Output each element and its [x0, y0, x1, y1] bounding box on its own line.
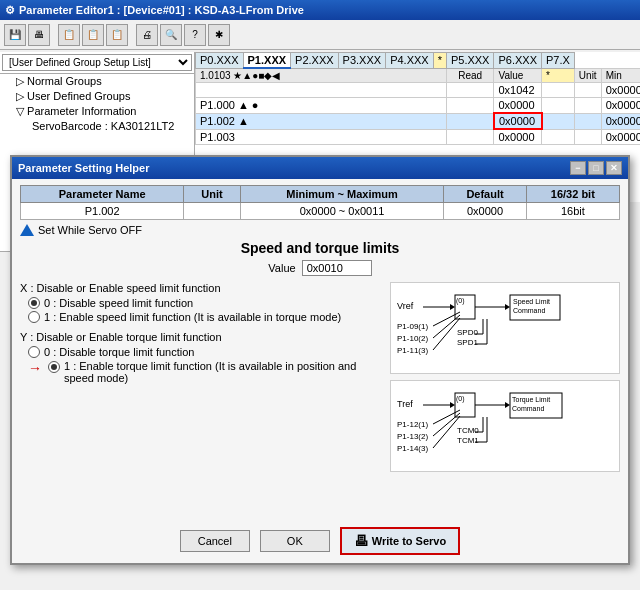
left-column: X : Disable or Enable speed limit functi… — [20, 282, 382, 472]
svg-marker-5 — [505, 304, 510, 310]
table-row[interactable]: P1.000 ▲ ● 0x0000 0x0000 — [196, 98, 641, 114]
tab-p2[interactable]: P2.XXX — [291, 53, 339, 69]
maximize-button[interactable]: □ — [588, 161, 604, 175]
dialog-title: Parameter Setting Helper — [18, 162, 149, 174]
servo-off-label: Set While Servo OFF — [38, 224, 142, 236]
param-bit-cell: 16bit — [526, 203, 619, 220]
write-to-servo-label: Write to Servo — [372, 535, 446, 547]
svg-text:Command: Command — [513, 307, 545, 314]
servo-off-icon — [20, 224, 34, 236]
vref-label: Vref — [397, 301, 414, 311]
tab-p5[interactable]: P5.XXX — [446, 53, 494, 69]
svg-text:P1-10(2): P1-10(2) — [397, 334, 428, 343]
svg-text:P1-11(3): P1-11(3) — [397, 346, 428, 355]
toolbar-btn-5[interactable]: 📋 — [106, 24, 128, 46]
col-range: Minimum ~ Maximum — [240, 186, 444, 203]
svg-text:P1-13(2): P1-13(2) — [397, 432, 428, 441]
svg-text:P1-09(1): P1-09(1) — [397, 322, 428, 331]
param-range-cell: 0x0000 ~ 0x0011 — [240, 203, 444, 220]
svg-text:TCM0: TCM0 — [457, 426, 479, 435]
torque-diagram-svg: Tref (0) Torque Limit Command P1-12(1) P… — [395, 385, 605, 465]
info-table: Parameter Name Unit Minimum ~ Maximum De… — [20, 185, 620, 220]
x-option-1-label: 1 : Enable speed limit function (It is a… — [44, 311, 341, 323]
col-bit: 16/32 bit — [526, 186, 619, 203]
write-to-servo-button[interactable]: 🖶 Write to Servo — [340, 527, 460, 555]
dialog-body: Parameter Name Unit Minimum ~ Maximum De… — [12, 179, 628, 478]
sidebar-dropdown[interactable]: [User Defined Group Setup List] — [0, 52, 194, 74]
tab-p3[interactable]: P3.XXX — [338, 53, 386, 69]
editor-icon: ⚙ — [5, 4, 15, 17]
y-radio-1[interactable] — [48, 361, 60, 373]
torque-output-label: Torque Limit — [512, 396, 550, 404]
x-radio-0[interactable] — [28, 297, 40, 309]
toolbar-btn-1[interactable]: 💾 — [4, 24, 26, 46]
speed-output-label: Speed Limit — [513, 298, 550, 306]
y-option-0-label: 0 : Disable torque limit function — [44, 346, 194, 358]
y-option-1-label: 1 : Enable torque limit function (It is … — [64, 360, 382, 384]
x-option-1[interactable]: 1 : Enable speed limit function (It is a… — [28, 311, 382, 323]
toolbar-btn-6[interactable]: 🖨 — [136, 24, 158, 46]
write-icon: 🖶 — [354, 533, 368, 549]
col-param-name: Parameter Name — [21, 186, 184, 203]
section-title: Speed and torque limits — [20, 240, 620, 256]
x-radio-1[interactable] — [28, 311, 40, 323]
svg-marker-21 — [450, 402, 455, 408]
y-section: Y : Disable or Enable torque limit funct… — [20, 331, 382, 384]
toolbar-btn-4[interactable]: 📋 — [82, 24, 104, 46]
tref-label: Tref — [397, 399, 413, 409]
value-input[interactable] — [302, 260, 372, 276]
tree-item-user[interactable]: ▷ User Defined Groups — [0, 89, 194, 104]
tab-p1[interactable]: P1.XXX — [243, 53, 291, 69]
close-button[interactable]: ✕ — [606, 161, 622, 175]
y-radio-0[interactable] — [28, 346, 40, 358]
cancel-button[interactable]: Cancel — [180, 530, 250, 552]
svg-marker-25 — [505, 402, 510, 408]
svg-text:(0): (0) — [456, 395, 465, 403]
x-option-0-label: 0 : Disable speed limit function — [44, 297, 193, 309]
col-unit: Unit — [184, 186, 240, 203]
svg-text:SPD1: SPD1 — [457, 338, 478, 347]
tab-p0[interactable]: P0.XXX — [196, 53, 244, 69]
svg-text:TCM1: TCM1 — [457, 436, 479, 445]
speed-diagram-svg: Vref (0) Speed Limit Command — [395, 287, 605, 367]
svg-text:(0): (0) — [456, 297, 465, 305]
toolbar-btn-2[interactable]: 🖶 — [28, 24, 50, 46]
param-name-cell: P1.002 — [21, 203, 184, 220]
param-default-cell: 0x0000 — [444, 203, 526, 220]
dialog-footer: Cancel OK 🖶 Write to Servo — [12, 527, 628, 555]
svg-text:SPD0: SPD0 — [457, 328, 478, 337]
toolbar-btn-help[interactable]: ? — [184, 24, 206, 46]
y-section-label: Y : Disable or Enable torque limit funct… — [20, 331, 382, 343]
tab-p7[interactable]: P7.X — [542, 53, 575, 69]
param-table: P0.XXX P1.XXX P2.XXX P3.XXX P4.XXX * P5.… — [195, 52, 640, 145]
y-option-0[interactable]: 0 : Disable torque limit function — [28, 346, 382, 358]
tree-item-normal[interactable]: ▷ Normal Groups — [0, 74, 194, 89]
x-section-label: X : Disable or Enable speed limit functi… — [20, 282, 382, 294]
table-row[interactable]: 0x1042 0x0000 — [196, 83, 641, 98]
toolbar-btn-8[interactable]: ✱ — [208, 24, 230, 46]
tab-p4[interactable]: P4.XXX — [386, 53, 434, 69]
tab-p6[interactable]: P6.XXX — [494, 53, 542, 69]
editor-titlebar: ⚙ Parameter Editor1 : [Device#01] : KSD-… — [0, 0, 640, 20]
toolbar-btn-7[interactable]: 🔍 — [160, 24, 182, 46]
editor-toolbar: 💾 🖶 📋 📋 📋 🖨 🔍 ? ✱ — [0, 20, 640, 50]
servo-off-notice: Set While Servo OFF — [20, 224, 620, 236]
minimize-button[interactable]: − — [570, 161, 586, 175]
x-section: X : Disable or Enable speed limit functi… — [20, 282, 382, 323]
svg-text:Command: Command — [512, 405, 544, 412]
svg-text:P1-12(1): P1-12(1) — [397, 420, 428, 429]
group-select[interactable]: [User Defined Group Setup List] — [2, 54, 192, 71]
y-option-1[interactable]: → 1 : Enable torque limit function (It i… — [28, 360, 382, 384]
ok-button[interactable]: OK — [260, 530, 330, 552]
tree-item-barcode: ServoBarcode : KA30121LT2 — [0, 119, 194, 133]
tree-item-param-info[interactable]: ▽ Parameter Information — [0, 104, 194, 119]
x-option-0[interactable]: 0 : Disable speed limit function — [28, 297, 382, 309]
speed-diagram: Vref (0) Speed Limit Command — [390, 282, 620, 374]
svg-text:P1-14(3): P1-14(3) — [397, 444, 428, 453]
toolbar-btn-3[interactable]: 📋 — [58, 24, 80, 46]
table-row-selected[interactable]: P1.002 ▲ 0x0000 0x0000 — [196, 113, 641, 129]
col-default: Default — [444, 186, 526, 203]
table-row[interactable]: P1.003 0x0000 0x0000 — [196, 129, 641, 145]
selected-arrow-icon: → — [28, 360, 42, 376]
torque-diagram: Tref (0) Torque Limit Command P1-12(1) P… — [390, 380, 620, 472]
